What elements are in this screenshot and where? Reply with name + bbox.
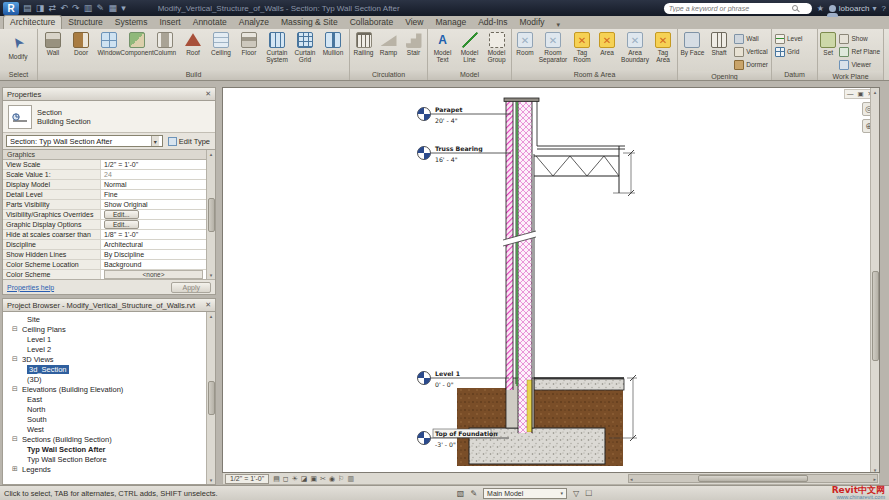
- edit-overrides-button[interactable]: Edit...: [104, 210, 139, 219]
- user-dropdown-icon[interactable]: ▾: [873, 4, 877, 13]
- scrollbar-thumb[interactable]: [208, 381, 215, 415]
- model-line-button[interactable]: Model Line: [456, 30, 483, 69]
- scroll-up-icon[interactable]: ▴: [874, 89, 877, 95]
- shadows-icon[interactable]: ◪: [301, 475, 308, 483]
- workset-icon[interactable]: ▧: [457, 489, 465, 498]
- color-scheme-value[interactable]: <none>: [104, 270, 203, 279]
- component-button[interactable]: Component: [123, 30, 151, 69]
- tree-item-north[interactable]: North: [3, 404, 215, 414]
- level-marker-level1[interactable]: Level 1 0' - 0": [418, 370, 510, 388]
- open-icon[interactable]: ▤: [23, 3, 32, 13]
- tree-item-level2[interactable]: Level 2: [3, 344, 215, 354]
- locked-3d-icon[interactable]: ◉: [329, 475, 335, 483]
- properties-scrollbar[interactable]: ▴ ▾: [206, 150, 215, 279]
- tree-item-level1[interactable]: Level 1: [3, 334, 215, 344]
- scroll-right-icon[interactable]: ▸: [873, 476, 876, 482]
- tree-item-typ-wall-section-before[interactable]: Typ Wall Section Before: [3, 454, 215, 464]
- panel-label-opening[interactable]: Opening: [678, 71, 771, 81]
- mullion-button[interactable]: Mullion: [319, 30, 347, 69]
- curtain-system-button[interactable]: Curtain System: [263, 30, 291, 69]
- star-icon[interactable]: ★: [817, 4, 824, 13]
- app-menu-button[interactable]: R: [3, 2, 19, 15]
- expand-node-icon[interactable]: [11, 465, 19, 473]
- filter-icon[interactable]: ▽: [573, 489, 579, 498]
- roof-button[interactable]: Roof: [179, 30, 207, 69]
- save-icon[interactable]: ◨: [36, 3, 45, 13]
- sync-icon[interactable]: ⇄: [49, 3, 57, 13]
- editable-only-icon[interactable]: ✎: [470, 489, 477, 498]
- scrollbar-thumb[interactable]: [208, 198, 215, 232]
- detail-level-icon[interactable]: ▤: [273, 475, 280, 483]
- level-button[interactable]: Level: [773, 32, 805, 45]
- room-button[interactable]: Room: [513, 30, 537, 69]
- undo-icon[interactable]: ↶: [60, 3, 68, 13]
- tree-group-sections[interactable]: Sections (Building Section): [3, 434, 215, 444]
- tree-group-legends[interactable]: Legends: [3, 464, 215, 474]
- wall-button[interactable]: Wall: [39, 30, 67, 69]
- type-preview[interactable]: Section Building Section: [3, 101, 215, 133]
- reveal-hidden-icon[interactable]: ▥: [347, 475, 354, 483]
- scroll-up-icon[interactable]: ▴: [210, 313, 213, 319]
- tag-area-button[interactable]: Tag Area: [651, 30, 675, 69]
- tab-systems[interactable]: Systems: [109, 16, 154, 29]
- type-selector[interactable]: Section: Typ Wall Section After ▾: [6, 135, 163, 147]
- project-browser-header[interactable]: Project Browser - Modify_Vertical_Struct…: [3, 299, 215, 312]
- grid-button[interactable]: Grid: [773, 45, 805, 58]
- tree-group-elevations[interactable]: Elevations (Building Elevation): [3, 384, 215, 394]
- help-icon[interactable]: ?: [882, 4, 886, 13]
- property-value[interactable]: 1/2" = 1'-0": [101, 160, 206, 169]
- panel-label-work-plane[interactable]: Work Plane: [818, 71, 883, 81]
- view-scale-button[interactable]: 1/2" = 1'-0": [225, 474, 269, 484]
- vertical-opening-button[interactable]: Vertical: [732, 45, 770, 58]
- tab-addins[interactable]: Add-Ins: [472, 16, 513, 29]
- chevron-down-icon[interactable]: ▾: [151, 136, 159, 146]
- column-button[interactable]: Column: [151, 30, 179, 69]
- model-text-button[interactable]: Model Text: [429, 30, 456, 69]
- tree-item-west[interactable]: West: [3, 424, 215, 434]
- property-value[interactable]: Show Original: [101, 200, 206, 209]
- stair-button[interactable]: Stair: [401, 30, 426, 69]
- ceiling-button[interactable]: Ceiling: [207, 30, 235, 69]
- property-value[interactable]: Normal: [101, 180, 206, 189]
- scroll-down-icon[interactable]: ▾: [210, 477, 213, 483]
- properties-header[interactable]: Properties ✕: [3, 88, 215, 101]
- scroll-up-icon[interactable]: ▴: [210, 151, 213, 157]
- canvas-horizontal-scrollbar[interactable]: ◂ ▸: [628, 474, 878, 483]
- apply-button[interactable]: Apply: [171, 282, 211, 293]
- panel-label-select[interactable]: Select: [0, 69, 37, 80]
- viewer-button[interactable]: Viewer: [837, 58, 882, 71]
- scrollbar-thumb[interactable]: [698, 475, 808, 482]
- minimize-icon[interactable]: —: [847, 90, 854, 98]
- property-value[interactable]: By Discipline: [101, 250, 206, 259]
- modify-button[interactable]: ➤ Modify: [1, 30, 35, 69]
- edit-display-options-button[interactable]: Edit...: [104, 220, 139, 229]
- window-button[interactable]: Window: [95, 30, 123, 69]
- restore-icon[interactable]: ▣: [857, 90, 863, 98]
- scroll-left-icon[interactable]: ◂: [630, 476, 633, 482]
- edit-type-button[interactable]: Edit Type: [166, 137, 212, 146]
- level-marker-parapet[interactable]: Parapet 20' - 4": [418, 106, 512, 124]
- tree-item-south[interactable]: South: [3, 414, 215, 424]
- ramp-button[interactable]: Ramp: [376, 30, 401, 69]
- tree-item-site[interactable]: Site: [3, 314, 215, 324]
- curtain-grid-button[interactable]: Curtain Grid: [291, 30, 319, 69]
- tree-item-east[interactable]: East: [3, 394, 215, 404]
- search-input[interactable]: [669, 5, 789, 12]
- print-icon[interactable]: ▥: [84, 3, 93, 13]
- dormer-button[interactable]: Dormer: [732, 58, 770, 71]
- property-value[interactable]: Background: [101, 260, 206, 269]
- tab-analyze[interactable]: Analyze: [233, 16, 275, 29]
- crop-view-icon[interactable]: ▣: [310, 475, 317, 483]
- ref-plane-button[interactable]: Ref Plane: [837, 45, 882, 58]
- close-icon[interactable]: ✕: [201, 90, 211, 98]
- tag-room-button[interactable]: Tag Room: [569, 30, 595, 69]
- qat-dropdown-icon[interactable]: ▾: [121, 3, 126, 13]
- redo-icon[interactable]: ↷: [72, 3, 80, 13]
- pencil-icon[interactable]: ✎: [97, 3, 105, 13]
- chevron-down-icon[interactable]: ▾: [561, 490, 564, 496]
- temporary-hide-icon[interactable]: ⚐: [338, 475, 344, 483]
- tree-group-ceiling-plans[interactable]: Ceiling Plans: [3, 324, 215, 334]
- area-button[interactable]: Area: [595, 30, 619, 69]
- tree-item-3d[interactable]: (3D): [3, 374, 215, 384]
- tab-annotate[interactable]: Annotate: [187, 16, 233, 29]
